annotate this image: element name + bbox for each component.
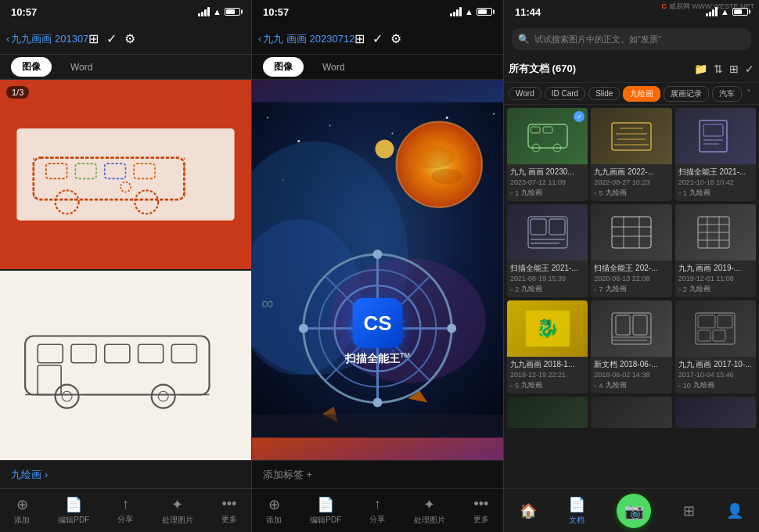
- svg-point-31: [391, 133, 393, 135]
- nav-home[interactable]: 🏠: [520, 502, 537, 519]
- tool-add-1[interactable]: ⊕ 添加: [14, 496, 30, 526]
- grid-item-6[interactable]: 🐉 九九画画 2018-1... 2018-12-19 22:21 ▫ 5 九绘…: [507, 300, 588, 394]
- svg-rect-73: [703, 124, 723, 136]
- nav-back-label-2[interactable]: 九九 画画 20230712: [263, 32, 354, 46]
- grid-tags-0: ▫ 1 九绘画: [510, 188, 585, 198]
- tag-label-1: 九绘画: [606, 188, 627, 198]
- check-all-icon[interactable]: ✓: [745, 63, 754, 75]
- tag-car[interactable]: 汽车: [712, 86, 742, 102]
- nav-grid[interactable]: ⊞: [683, 502, 695, 519]
- svg-rect-94: [612, 313, 651, 344]
- sort-icon[interactable]: ⇅: [714, 63, 723, 75]
- grid-item-7[interactable]: 新文档 2018-06-... 2018-06-02 14:38 ▫ 4 九绘画: [591, 300, 671, 394]
- wifi-icon-2: ▲: [465, 7, 473, 16]
- tab-image-2[interactable]: 图像: [263, 57, 304, 77]
- grid-item-10[interactable]: [591, 397, 671, 428]
- tool-add-2[interactable]: ⊕ 添加: [266, 496, 282, 526]
- thumbnail-2-svg: [692, 117, 739, 156]
- status-bar-3: 11:44 ▲ C 威易网 WWW.WESTE.NET: [504, 0, 759, 23]
- nav-icons-2: ⊞ ✓ ⚙: [354, 31, 401, 46]
- tag-count-0: 1: [515, 189, 519, 197]
- nav-back-2[interactable]: ‹ 九九 画画 20230712: [258, 32, 354, 46]
- add-tag-label[interactable]: 添加标签 +: [263, 468, 312, 482]
- grid-icon[interactable]: ⊞: [88, 31, 99, 46]
- tool-share-1[interactable]: ↑ 分享: [117, 496, 133, 525]
- grid-title-5: 九九 画画 2019-...: [678, 263, 753, 274]
- tag-zhanhua[interactable]: 展画记录: [664, 86, 709, 102]
- grid-item-0[interactable]: ✓ 九九 画画 20230... 2023-07-12 11:09 ▫ 1 九绘…: [507, 108, 588, 201]
- grid-info-5: 九九 画画 2019-... 2019-12-01 11:08 ▫ 2 九绘画: [675, 261, 756, 297]
- svg-point-28: [267, 117, 268, 119]
- grid-date-1: 2022-08-27 10:23: [594, 178, 668, 186]
- view-icon[interactable]: ⊞: [729, 63, 739, 75]
- tag-icon-1: ▫: [594, 189, 596, 197]
- tool-add-label-2: 添加: [266, 515, 282, 526]
- tab-word-2[interactable]: Word: [311, 59, 355, 76]
- tab-image-1[interactable]: 图像: [11, 57, 52, 77]
- thumbnail-4-svg: [608, 213, 655, 252]
- tool-share-label-2: 分享: [369, 514, 385, 525]
- grid-info-0: 九九 画画 20230... 2023-07-12 11:09 ▫ 1 九绘画: [507, 164, 588, 201]
- tag-idcard[interactable]: ID Card: [545, 87, 585, 100]
- tag-count-8: 10: [683, 382, 691, 390]
- tool-share-2[interactable]: ↑ 分享: [369, 496, 385, 525]
- label-tag-1[interactable]: 九绘画: [11, 468, 41, 482]
- check-icon[interactable]: ✓: [106, 31, 117, 46]
- grid-date-8: 2017-10-04 15:46: [678, 371, 753, 379]
- tool-pdf-label-2: 编辑PDF: [310, 515, 341, 526]
- grid-date-4: 2020-06-13 22:08: [594, 275, 668, 282]
- svg-rect-100: [698, 315, 715, 328]
- bus-sketch-top: [0, 80, 251, 269]
- svg-point-41: [376, 140, 394, 159]
- tool-more-2[interactable]: ••• 更多: [473, 496, 489, 525]
- tag-jiuhui[interactable]: 九绘画: [623, 86, 660, 102]
- tool-pdf-2[interactable]: 📄 编辑PDF: [310, 496, 341, 526]
- grid-info-3: 扫描全能王 2021-... 2021-06-19 15:39 ▫ 2 九绘画: [507, 261, 588, 297]
- back-chevron-icon-2: ‹: [258, 33, 261, 45]
- tool-process-2[interactable]: ✦ 处理图片: [414, 496, 445, 526]
- tag-more-icon[interactable]: ˅: [746, 88, 751, 99]
- tool-process-label-1: 处理图片: [162, 515, 193, 526]
- grid-item-9[interactable]: [507, 397, 588, 428]
- svg-rect-60: [252, 414, 503, 437]
- settings-icon-2[interactable]: ⚙: [390, 31, 401, 46]
- tag-word[interactable]: Word: [509, 87, 541, 100]
- grid-img-7: [591, 300, 671, 357]
- grid-icon-2[interactable]: ⊞: [354, 31, 365, 46]
- svg-rect-102: [698, 330, 710, 341]
- grid-item-8[interactable]: 九九 画画 2017-10-... 2017-10-04 15:46 ▫ 10 …: [675, 300, 756, 394]
- img-bottom-1: [0, 271, 251, 460]
- nav-profile[interactable]: 👤: [726, 502, 743, 519]
- nav-back-label-1[interactable]: 九九画画 201307: [11, 32, 88, 46]
- camera-fab[interactable]: 📷: [617, 494, 651, 528]
- grid-item-2[interactable]: 扫描全能王 2021-... 2021-10-16 10:42 ▫ 1 九绘画: [675, 108, 756, 201]
- grid-item-3[interactable]: 扫描全能王 2021-... 2021-06-19 15:39 ▫ 2 九绘画: [507, 204, 588, 297]
- grid-item-11[interactable]: [675, 397, 756, 428]
- time-2: 10:57: [263, 6, 289, 18]
- settings-icon[interactable]: ⚙: [124, 31, 135, 46]
- grid-row-1: ✓ 九九 画画 20230... 2023-07-12 11:09 ▫ 1 九绘…: [507, 108, 756, 201]
- grid-tags-3: ▫ 2 九绘画: [510, 284, 585, 294]
- tag-slide[interactable]: Slide: [588, 87, 620, 100]
- grid-item-4[interactable]: 扫描全能王 202-... 2020-06-13 22:08 ▫ 7 九绘画: [591, 204, 671, 297]
- folder-icon[interactable]: 📁: [694, 63, 707, 75]
- nav-back-1[interactable]: ‹ 九九画画 201307: [6, 32, 88, 46]
- filter-row: 所有文档 (670) 📁 ⇅ ⊞ ✓: [504, 55, 759, 83]
- search-placeholder: 试试搜索图片中的正文、如"发票": [534, 34, 661, 45]
- cs-logo: CS: [353, 298, 403, 348]
- search-bar[interactable]: 🔍 试试搜索图片中的正文、如"发票": [512, 28, 751, 50]
- grid-tags-8: ▫ 10 九绘画: [678, 380, 753, 390]
- tab-word-1[interactable]: Word: [59, 59, 103, 76]
- nav-docs[interactable]: 📄 文档: [568, 496, 585, 526]
- grid-item-1[interactable]: 九九画画 2022-... 2022-08-27 10:23 ▫ 5 九绘画: [591, 108, 671, 201]
- status-icons-1: ▲: [198, 7, 240, 16]
- tool-pdf-1[interactable]: 📄 编辑PDF: [58, 496, 89, 526]
- grid-date-5: 2019-12-01 11:08: [678, 275, 753, 282]
- tool-more-label-2: 更多: [473, 514, 489, 525]
- grid-item-5[interactable]: 九九 画画 2019-... 2019-12-01 11:08 ▫ 2 九绘画: [675, 204, 756, 297]
- tool-more-1[interactable]: ••• 更多: [221, 496, 237, 525]
- tag-row: Word ID Card Slide 九绘画 展画记录 汽车 ˅: [504, 83, 759, 105]
- grid-date-3: 2021-06-19 15:39: [510, 275, 585, 282]
- tool-process-1[interactable]: ✦ 处理图片: [162, 496, 193, 526]
- check-icon-2[interactable]: ✓: [372, 31, 383, 46]
